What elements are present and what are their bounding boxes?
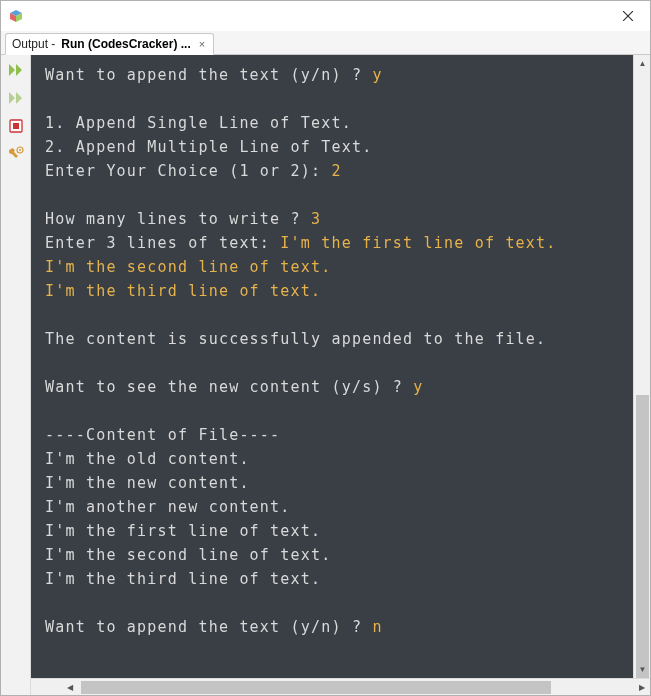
- tab-close-button[interactable]: ×: [197, 38, 207, 50]
- program-output-text: 2. Append Multiple Line of Text.: [45, 138, 372, 156]
- user-input-text: y: [413, 378, 423, 396]
- user-input-text: I'm the first line of text.: [280, 234, 556, 252]
- svg-marker-6: [16, 64, 22, 76]
- program-output-text: Want to append the text (y/n) ?: [45, 66, 372, 84]
- close-icon: [623, 11, 633, 21]
- horizontal-scrollbar[interactable]: ◀ ▶: [31, 678, 650, 695]
- program-output-text: Enter Your Choice (1 or 2):: [45, 162, 331, 180]
- console-line: ----Content of File----: [45, 423, 619, 447]
- console-line: Want to append the text (y/n) ? n: [45, 615, 619, 639]
- console-output[interactable]: Want to append the text (y/n) ? y 1. App…: [31, 55, 633, 678]
- scroll-down-arrow-icon[interactable]: ▼: [634, 661, 651, 678]
- console-line: I'm the third line of text.: [45, 279, 619, 303]
- console-line: I'm the third line of text.: [45, 567, 619, 591]
- tab-output-run[interactable]: Output - Run (CodesCracker) ... ×: [5, 33, 214, 55]
- user-input-text: I'm the third line of text.: [45, 282, 321, 300]
- console-line: I'm the first line of text.: [45, 519, 619, 543]
- scroll-left-arrow-icon[interactable]: ◀: [61, 679, 78, 696]
- console-line: Enter Your Choice (1 or 2): 2: [45, 159, 619, 183]
- console-line: [45, 399, 619, 423]
- user-input-text: y: [372, 66, 382, 84]
- svg-marker-8: [16, 92, 22, 104]
- program-output-text: 1. Append Single Line of Text.: [45, 114, 352, 132]
- stop-button[interactable]: [5, 115, 27, 137]
- console-line: How many lines to write ? 3: [45, 207, 619, 231]
- program-output-text: I'm the first line of text.: [45, 522, 321, 540]
- console-line: Want to append the text (y/n) ? y: [45, 63, 619, 87]
- program-output-text: I'm the old content.: [45, 450, 250, 468]
- double-play-muted-icon: [8, 90, 24, 106]
- body: Want to append the text (y/n) ? y 1. App…: [1, 55, 650, 695]
- program-output-text: Want to append the text (y/n) ?: [45, 618, 372, 636]
- tab-bar: Output - Run (CodesCracker) ... ×: [1, 31, 650, 55]
- program-output-text: I'm the second line of text.: [45, 546, 331, 564]
- console-line: I'm the second line of text.: [45, 543, 619, 567]
- console-line: I'm another new content.: [45, 495, 619, 519]
- svg-rect-10: [13, 123, 19, 129]
- console-line: [45, 87, 619, 111]
- wrench-gear-icon: [8, 146, 24, 162]
- settings-button[interactable]: [5, 143, 27, 165]
- console-line: Enter 3 lines of text: I'm the first lin…: [45, 231, 619, 255]
- console-line: The content is successfully appended to …: [45, 327, 619, 351]
- user-input-text: 2: [331, 162, 341, 180]
- program-output-text: ----Content of File----: [45, 426, 280, 444]
- stop-icon: [9, 119, 23, 133]
- console-line: [45, 183, 619, 207]
- tab-label-prefix: Output -: [12, 37, 55, 51]
- console-line: I'm the old content.: [45, 447, 619, 471]
- console-line: [45, 591, 619, 615]
- horizontal-scroll-thumb[interactable]: [81, 681, 551, 694]
- svg-point-12: [19, 149, 21, 151]
- scroll-right-arrow-icon[interactable]: ▶: [633, 679, 650, 696]
- step-button[interactable]: [5, 87, 27, 109]
- app-window: Output - Run (CodesCracker) ... ×: [0, 0, 651, 696]
- console-line: I'm the second line of text.: [45, 255, 619, 279]
- toolbar-gutter: [1, 55, 31, 695]
- console-line: [45, 351, 619, 375]
- user-input-text: n: [372, 618, 382, 636]
- program-output-text: The content is successfully appended to …: [45, 330, 546, 348]
- svg-marker-7: [9, 92, 15, 104]
- titlebar: [1, 1, 650, 31]
- user-input-text: I'm the second line of text.: [45, 258, 331, 276]
- app-logo-icon: [9, 9, 23, 23]
- program-output-text: Enter 3 lines of text:: [45, 234, 280, 252]
- program-output-text: Want to see the new content (y/s) ?: [45, 378, 413, 396]
- console-line: I'm the new content.: [45, 471, 619, 495]
- user-input-text: 3: [311, 210, 321, 228]
- console-line: [45, 303, 619, 327]
- vertical-scroll-thumb[interactable]: [636, 395, 649, 695]
- console-line: Want to see the new content (y/s) ? y: [45, 375, 619, 399]
- tab-label-main: Run (CodesCracker) ...: [61, 37, 190, 51]
- rerun-button[interactable]: [5, 59, 27, 81]
- console-line: 2. Append Multiple Line of Text.: [45, 135, 619, 159]
- vertical-scrollbar[interactable]: ▲ ▼: [633, 55, 650, 678]
- program-output-text: I'm the new content.: [45, 474, 250, 492]
- program-output-text: How many lines to write ?: [45, 210, 311, 228]
- program-output-text: I'm the third line of text.: [45, 570, 321, 588]
- output-panel: Want to append the text (y/n) ? y 1. App…: [31, 55, 650, 695]
- program-output-text: I'm another new content.: [45, 498, 291, 516]
- svg-marker-5: [9, 64, 15, 76]
- double-play-icon: [8, 62, 24, 78]
- window-close-button[interactable]: [606, 1, 650, 31]
- console-line: 1. Append Single Line of Text.: [45, 111, 619, 135]
- scroll-up-arrow-icon[interactable]: ▲: [634, 55, 651, 72]
